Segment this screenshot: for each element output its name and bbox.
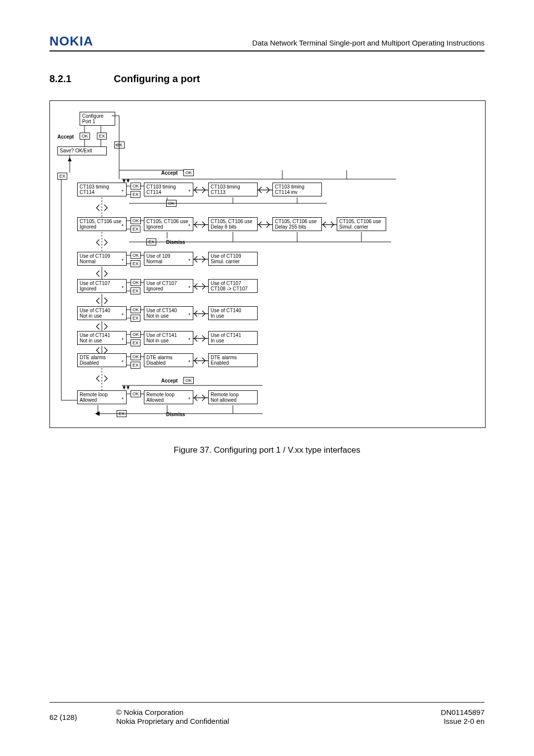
footer-issue: Issue 2-0 en	[444, 717, 485, 725]
section-title: Configuring a port	[114, 73, 200, 85]
footer-confidential: Nokia Proprietary and Confidential	[116, 717, 229, 725]
footer-docnum: DN01145897	[441, 708, 485, 716]
footer-rule	[49, 702, 485, 703]
footer-page: 62 (128)	[49, 713, 77, 721]
figure-diagram: Configure Port 1 Accept OK EX OK Save? O…	[49, 100, 486, 428]
footer-copyright: © Nokia Corporation	[116, 708, 183, 716]
logo: NOKIA	[49, 34, 93, 49]
section-number: 8.2.1	[49, 73, 71, 85]
header-rule	[49, 50, 485, 51]
figure-caption: Figure 37. Configuring port 1 / V.xx typ…	[0, 445, 534, 455]
page-header-title: Data Network Terminal Single-port and Mu…	[252, 39, 485, 47]
svg-marker-74	[95, 412, 99, 416]
